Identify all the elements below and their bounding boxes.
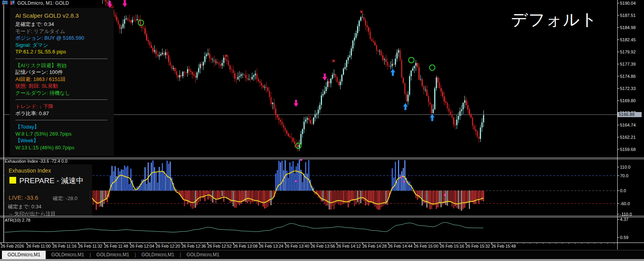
chart-tab[interactable]: GOLDmicro,M1 — [181, 251, 225, 258]
ai-panel-line: Signal: ダマシ — [15, 42, 108, 49]
time-axis-label: 26 Feb 2026 — [1, 244, 24, 248]
sell-arrow-icon — [294, 100, 298, 107]
time-axis-label: 26 Feb 13:08 — [233, 244, 257, 248]
status-square-icon — [9, 177, 16, 184]
time-axis-label: 26 Feb 14:28 — [362, 244, 387, 248]
exhaustion-status-panel: Exhaustion Index PREPARE - 減速中 LIVE: -33… — [5, 164, 92, 216]
price-axis-label: 5184.98 — [620, 25, 636, 30]
ai-panel-line: 【AIリスク回避】有効 — [15, 62, 108, 69]
ai-panel-line: 【Week】 — [15, 137, 108, 144]
time-axis-label: 26 Feb 12:04 — [130, 244, 154, 248]
countdown-text: 確定まで: 0:34 — [8, 203, 41, 210]
ai-panel-line: AI Scalper GOLD v2.8.3 — [15, 11, 108, 20]
time-axis-label: 26 Feb 14:12 — [337, 244, 361, 248]
ai-panel-line: モード: リアルタイム — [15, 28, 108, 35]
ai-panel-line: AI回避: 1863 / 6151回 — [15, 76, 108, 83]
price-axis-label: 5187.51 — [620, 13, 636, 18]
time-axis-label: 26 Feb 11:32 — [78, 244, 102, 248]
time-axis-label: 26 Feb 13:40 — [285, 244, 309, 248]
price-axis-label: 5179.92 — [620, 50, 636, 54]
price-axis-label: 5177.39 — [620, 62, 636, 66]
chart-tab[interactable]: GOLDmicro,M1 — [46, 251, 89, 258]
exhaustion-dot-icon — [295, 180, 297, 182]
exhaustion-panel-title: Exhaustion Index — [9, 167, 51, 174]
time-axis-label: 26 Feb 12:52 — [207, 244, 232, 248]
sell-arrow-icon — [122, 0, 127, 7]
prepare-status-text: PREPARE - 減速中 — [19, 176, 83, 186]
ai-panel-line: 記憶パターン: 100件 — [15, 69, 108, 76]
time-axis-label: 26 Feb 11:16 — [52, 244, 76, 248]
price-axis-label: 5190.04 — [620, 1, 636, 6]
ai-panel-line: TP:61.2 / SL:55.6 pips — [15, 48, 108, 55]
time-axis-label: 26 Feb 15:00 — [414, 244, 439, 248]
signal-circle-icon — [409, 57, 414, 63]
exhaustion-axis-label: -60.0 — [620, 201, 630, 206]
exhaustion-dot-icon — [403, 181, 405, 183]
current-price-box: 5166.89 — [618, 112, 642, 117]
chart-tab[interactable]: GOLDmicro,M1 — [91, 251, 135, 258]
exhaustion-bars — [89, 160, 484, 211]
atr-indicator-label: ATR(10) 2.78 — [5, 218, 30, 222]
exhaustion-dot-icon — [444, 194, 446, 196]
buy-arrow-icon — [430, 114, 435, 121]
buy-arrow-icon — [403, 103, 408, 110]
time-axis-label: 26 Feb 15:16 — [440, 244, 464, 248]
ai-panel-line: ポジション: BUY @ 5165.590 — [15, 35, 108, 42]
price-axis-label: 5169.80 — [620, 98, 636, 103]
time-axis-label: 26 Feb 13:24 — [259, 244, 283, 248]
sell-arrow-icon — [322, 74, 327, 81]
time-axis-label: 26 Feb 11:00 — [27, 244, 51, 248]
time-axis-label: 26 Feb 15:48 — [491, 244, 516, 248]
ai-scalper-panel: AI Scalper GOLD v2.8.3足確定まで: 0:34モード: リア… — [10, 8, 114, 156]
exhaustion-axis-label: 70.0 — [620, 173, 628, 178]
price-axis-label: 5174.86 — [620, 74, 636, 79]
chart-title: GOLDmicro, M1: GOLD — [17, 0, 69, 6]
chart-window-icon[interactable] — [10, 0, 15, 7]
atr-line — [5, 222, 483, 232]
atr-axis-label: 0.59 — [620, 235, 628, 240]
exhaustion-dot-icon — [300, 159, 302, 161]
time-axis-label: 26 Feb 12:36 — [181, 244, 206, 248]
time-axis-label: 26 Feb 14:44 — [388, 244, 413, 248]
ai-panel-line: W:13 L:15 (46%) 80.7pips — [15, 144, 108, 151]
time-axis-label: 26 Feb 13:56 — [311, 244, 335, 248]
exhaustion-axis-label: 110.0 — [620, 165, 631, 169]
indicator-list-icon[interactable] — [2, 0, 8, 7]
atr-axis-label: 4.37 — [620, 217, 628, 222]
time-axis-label: 26 Feb 15:32 — [466, 244, 490, 248]
fixed-value: 確定: -28.0 — [53, 195, 78, 202]
ai-panel-line: 【Today】 — [15, 123, 108, 130]
panel-divider — [15, 59, 107, 59]
mt4-chart-window: ✕✕✕ GOLDmicro, M1: GOLD デフォルト AI Scalper… — [0, 0, 644, 261]
ai-panel-line: 状態: 前回: SL発動 — [15, 83, 108, 90]
price-axis-label: 5164.74 — [620, 123, 636, 127]
ai-panel-line: トレンド: ↓ 下降 — [15, 103, 108, 110]
panel-divider — [15, 99, 107, 100]
ai-panel-line: 足確定まで: 0:34 — [15, 21, 108, 28]
time-axis-label: 26 Feb 12:20 — [156, 244, 180, 248]
price-axis-label: 5172.33 — [620, 86, 636, 91]
ai-panel-line: クールダウン: 待機なし — [15, 90, 108, 97]
buy-arrow-icon — [390, 69, 395, 76]
hint-text: → 矢印が出たら注目 — [8, 210, 56, 217]
price-axis-label: 5182.45 — [620, 37, 636, 42]
loss-x-icon: ✕ — [331, 59, 335, 63]
chart-tab[interactable]: GOLDmicro,M1 — [136, 251, 180, 258]
exhaustion-indicator-header: Exhaustion Index -33.6 -72.4 0.0 — [5, 159, 67, 164]
watermark-text: デフォルト — [511, 9, 598, 31]
time-axis-label: 26 Feb 11:48 — [104, 244, 128, 248]
window-resize-strip — [0, 259, 644, 261]
exhaustion-axis-label: 0.0 — [620, 188, 626, 193]
chart-tab[interactable]: GOLDmicro,M1 — [2, 251, 46, 259]
ai-panel-line: W:8 L:7 (53%) 269.7pips — [15, 130, 108, 138]
ai-panel-line: ボラ比率: 0.87 — [15, 110, 108, 117]
signal-circle-icon — [429, 65, 435, 70]
chart-tab-bar: GOLDmicro,M1GOLDmicro,M1|GOLDmicro,M1|GO… — [0, 250, 644, 259]
panel-divider — [15, 120, 107, 120]
candles — [94, 0, 484, 152]
price-axis-label: 5159.68 — [620, 147, 636, 152]
chart-titlebar: GOLDmicro, M1: GOLD — [0, 0, 69, 6]
exhaustion-axis-label: -110.0 — [620, 212, 632, 217]
loss-x-icon: ✕ — [224, 53, 228, 58]
loss-x-icon: ✕ — [359, 9, 363, 14]
